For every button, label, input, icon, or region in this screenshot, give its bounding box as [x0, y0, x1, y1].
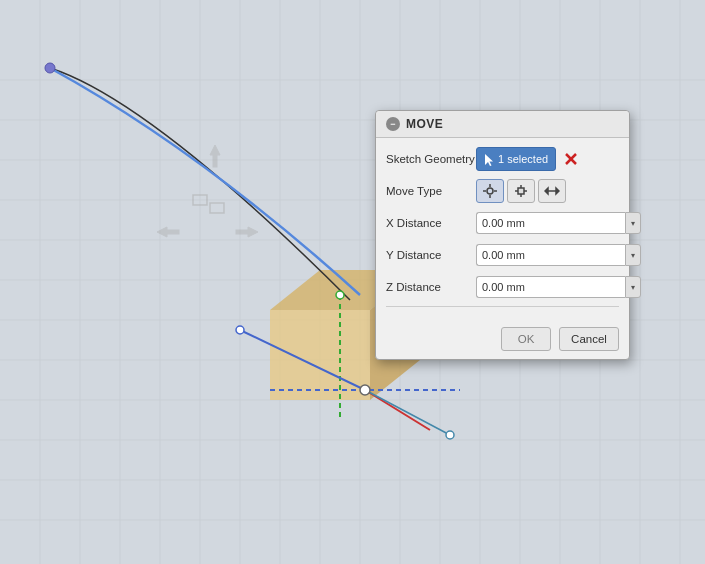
z-distance-arrow[interactable]: ▾ [625, 276, 641, 298]
svg-point-49 [360, 385, 370, 395]
x-distance-input-wrap: ▾ [476, 212, 641, 234]
dialog-separator [386, 306, 619, 307]
sketch-geometry-control: 1 selected [476, 147, 619, 171]
svg-point-46 [45, 63, 55, 73]
z-distance-input-wrap: ▾ [476, 276, 641, 298]
move-type-translate-button[interactable] [476, 179, 504, 203]
selection-count: 1 selected [498, 153, 548, 165]
svg-point-48 [336, 291, 344, 299]
y-distance-label: Y Distance [386, 249, 476, 261]
svg-rect-35 [236, 230, 248, 234]
x-distance-input[interactable] [476, 212, 625, 234]
x-distance-row: X Distance ▾ [386, 210, 619, 236]
z-distance-row: Z Distance ▾ [386, 274, 619, 300]
svg-line-45 [365, 390, 450, 435]
y-distance-input[interactable] [476, 244, 625, 266]
svg-marker-52 [485, 154, 493, 166]
svg-rect-33 [167, 230, 179, 234]
move-type-row: Move Type [386, 178, 619, 204]
svg-point-51 [446, 431, 454, 439]
svg-rect-31 [213, 155, 217, 167]
move-type-control [476, 179, 619, 203]
dialog-minimize-icon[interactable]: − [386, 117, 400, 131]
x-distance-arrow[interactable]: ▾ [625, 212, 641, 234]
move-type-free-button[interactable] [507, 179, 535, 203]
sketch-geometry-select-button[interactable]: 1 selected [476, 147, 556, 171]
move-type-align-button[interactable] [538, 179, 566, 203]
z-distance-label: Z Distance [386, 281, 476, 293]
svg-marker-38 [270, 310, 370, 400]
y-distance-row: Y Distance ▾ [386, 242, 619, 268]
x-icon [564, 152, 578, 166]
translate-icon [482, 183, 498, 199]
cancel-button[interactable]: Cancel [559, 327, 619, 351]
ok-button[interactable]: OK [501, 327, 551, 351]
dialog-title: MOVE [406, 117, 443, 131]
sketch-geometry-row: Sketch Geometry 1 selected [386, 146, 619, 172]
svg-marker-30 [210, 145, 220, 155]
free-move-icon [513, 183, 529, 199]
y-distance-arrow[interactable]: ▾ [625, 244, 641, 266]
dialog-footer: OK Cancel [376, 321, 629, 359]
x-distance-label: X Distance [386, 217, 476, 229]
along-edge-icon [544, 183, 560, 199]
dialog-titlebar: − MOVE [376, 111, 629, 138]
svg-marker-32 [157, 227, 167, 237]
z-distance-input[interactable] [476, 276, 625, 298]
svg-point-55 [487, 188, 493, 194]
svg-marker-62 [545, 188, 548, 194]
sketch-geometry-label: Sketch Geometry [386, 153, 476, 165]
clear-selection-button[interactable] [561, 149, 581, 169]
cursor-icon [484, 153, 494, 166]
move-type-label: Move Type [386, 185, 476, 197]
svg-rect-37 [210, 203, 224, 213]
move-dialog: − MOVE Sketch Geometry 1 selected [375, 110, 630, 360]
dialog-body: Sketch Geometry 1 selected Move Typ [376, 138, 629, 321]
svg-point-47 [236, 326, 244, 334]
svg-marker-34 [248, 227, 258, 237]
svg-marker-61 [556, 188, 559, 194]
y-distance-input-wrap: ▾ [476, 244, 641, 266]
